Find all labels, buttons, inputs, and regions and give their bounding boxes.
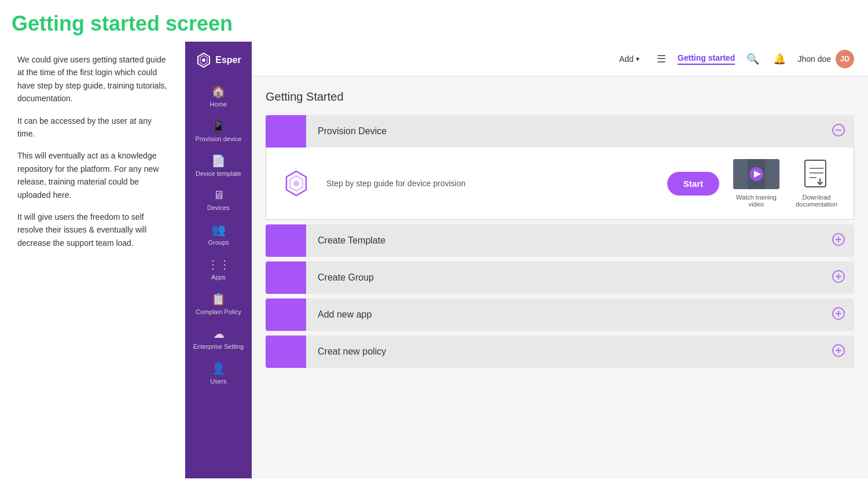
sidebar-item-home-label: Home [210, 101, 227, 108]
devices-icon: 🖥 [213, 189, 225, 202]
provision-collapse-button[interactable] [823, 124, 854, 139]
sidebar: Esper 🏠 Home 📱 Provision device 📄 Device… [185, 42, 252, 478]
complain-policy-icon: 📋 [211, 292, 226, 306]
sidebar-item-groups-label: Groups [208, 239, 229, 246]
groups-icon: 👥 [211, 223, 226, 237]
provision-color-bar [266, 115, 306, 148]
sidebar-item-complain-policy[interactable]: 📋 Complain Policy [185, 286, 252, 321]
sidebar-item-apps-label: Apps [211, 274, 226, 281]
messages-icon[interactable]: ☰ [654, 50, 668, 68]
svg-point-3 [293, 180, 299, 186]
add-new-app-color-bar [266, 298, 306, 331]
user-info: Jhon doe JD [797, 50, 854, 68]
provision-device-section: Provision Device [266, 115, 854, 220]
sidebar-logo-text: Esper [215, 55, 241, 65]
sidebar-item-enterprise-setting-label: Enterprise Setting [193, 343, 244, 350]
svg-rect-5 [733, 159, 748, 189]
sidebar-item-devices[interactable]: 🖥 Devices [185, 183, 252, 217]
provision-device-icon: 📱 [211, 119, 226, 133]
sidebar-item-users-label: Users [210, 378, 227, 385]
add-button[interactable]: Add ▾ [613, 51, 645, 67]
page-title: Getting started screen [0, 0, 868, 42]
sidebar-logo[interactable]: Esper [185, 42, 252, 79]
getting-started-nav[interactable]: Getting started [678, 53, 735, 65]
provision-step-text: Step by step guide for device provision [326, 179, 653, 188]
minus-circle-icon [832, 124, 845, 137]
creat-new-policy-section[interactable]: Creat new policy [266, 335, 854, 368]
sidebar-item-device-template[interactable]: 📄 Device template [185, 148, 252, 183]
create-template-color-bar [266, 224, 306, 257]
avatar[interactable]: JD [836, 50, 854, 68]
provision-device-header[interactable]: Provision Device [266, 115, 854, 148]
create-group-label: Create Group [306, 272, 823, 283]
sidebar-item-users[interactable]: 👤 Users [185, 356, 252, 390]
description-p2: It can be accessed by the user at any ti… [17, 115, 168, 141]
users-icon: 👤 [211, 362, 226, 375]
description-p1: We could give users getting started guid… [17, 53, 168, 105]
search-icon[interactable]: 🔍 [744, 50, 762, 68]
add-new-app-section[interactable]: Add new app [266, 298, 854, 331]
create-group-color-bar [266, 261, 306, 294]
provision-esper-icon [280, 167, 312, 200]
provision-expanded-content: Step by step guide for device provision … [266, 148, 854, 220]
svg-rect-6 [765, 159, 779, 189]
notification-icon[interactable]: 🔔 [771, 50, 788, 68]
provision-device-label: Provision Device [306, 126, 823, 137]
add-new-app-label: Add new app [306, 309, 823, 320]
sidebar-item-enterprise-setting[interactable]: ☁ Enterprise Setting [185, 321, 252, 356]
video-thumbnail [733, 159, 779, 189]
creat-new-policy-expand-button[interactable] [823, 344, 854, 360]
left-description-panel: We could give users getting started guid… [0, 42, 185, 478]
sidebar-item-apps[interactable]: ⋮⋮ Apps [185, 252, 252, 286]
creat-new-policy-label: Creat new policy [306, 346, 823, 357]
create-template-label: Create Template [306, 235, 823, 246]
apps-icon: ⋮⋮ [207, 257, 230, 271]
sidebar-item-provision-device[interactable]: 📱 Provision device [185, 113, 252, 148]
svg-point-0 [202, 58, 205, 62]
start-button[interactable]: Start [667, 172, 719, 196]
plus-circle-icon-2 [832, 270, 845, 283]
sidebar-item-device-template-label: Device template [196, 170, 241, 177]
sidebar-item-complain-policy-label: Complain Policy [196, 308, 241, 315]
plus-circle-icon [832, 233, 845, 246]
esper-provision-icon [282, 169, 311, 198]
create-template-section[interactable]: Create Template [266, 224, 854, 257]
provision-actions: Watch training video [733, 159, 840, 208]
svg-rect-9 [805, 160, 826, 187]
sidebar-item-provision-label: Provision device [195, 135, 241, 142]
plus-circle-icon-4 [832, 344, 845, 357]
create-group-section[interactable]: Create Group [266, 261, 854, 294]
create-template-expand-button[interactable] [823, 233, 854, 249]
description-p4: It will give users the freedom to self r… [17, 211, 168, 249]
doc-download-icon [803, 159, 830, 189]
user-name: Jhon doe [797, 54, 831, 64]
add-new-app-expand-button[interactable] [823, 307, 854, 323]
download-doc-label: Download documentation [796, 194, 837, 208]
chevron-down-icon: ▾ [636, 55, 639, 63]
plus-circle-icon-3 [832, 307, 845, 320]
esper-logo-icon [196, 52, 212, 68]
creat-new-policy-color-bar [266, 335, 306, 368]
content-area: Getting Started Provision Device [252, 76, 868, 386]
content-title: Getting Started [266, 90, 854, 104]
watch-video-label: Watch training video [736, 194, 777, 208]
sidebar-item-groups[interactable]: 👥 Groups [185, 217, 252, 252]
device-template-icon: 📄 [211, 154, 226, 168]
document-icon [793, 159, 840, 189]
topbar: Add ▾ ☰ Getting started 🔍 🔔 Jhon doe JD [252, 42, 868, 76]
enterprise-setting-icon: ☁ [213, 327, 225, 341]
sidebar-item-home[interactable]: 🏠 Home [185, 79, 252, 113]
description-p3: This will eventually act as a knowledge … [17, 149, 168, 201]
create-group-expand-button[interactable] [823, 270, 854, 286]
main-content: Add ▾ ☰ Getting started 🔍 🔔 Jhon doe JD … [252, 42, 868, 478]
video-thumbnail-img [733, 159, 779, 189]
watch-video-button[interactable]: Watch training video [733, 159, 779, 208]
sidebar-item-devices-label: Devices [207, 204, 230, 211]
add-button-label: Add [619, 54, 634, 64]
home-icon: 🏠 [211, 84, 226, 98]
download-documentation-button[interactable]: Download documentation [793, 159, 840, 208]
